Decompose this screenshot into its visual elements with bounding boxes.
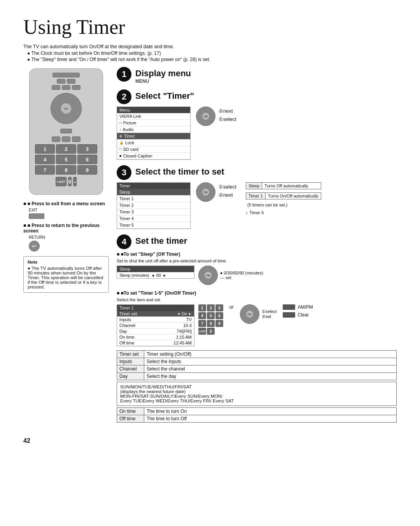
note-box: Note ● The TV automatically turns Off af… [23,256,109,293]
timer1-panel-header: Timer 1 [117,305,194,311]
timer-note: (5 timers can be set.) [247,203,321,207]
remote-num-7[interactable]: 7 [35,165,55,175]
sleep-panel: Sleep Sleep (minutes) ◄ 60 ► [117,266,194,279]
numpad-8[interactable]: 8 [207,320,215,327]
timer1-row-day[interactable]: Day 7/6[FRI] [117,329,194,334]
numpad-2[interactable]: 2 [207,304,215,311]
timer-item-2[interactable]: Timer 2 [117,202,190,209]
timer1-dpad[interactable]: OK [240,304,259,324]
note-title: Note [28,260,105,264]
timer1-ok[interactable]: OK [246,311,253,318]
timer-label: Timer [124,134,135,138]
return-label: RETURN [29,235,109,239]
remote-btn-row2-3 [72,136,80,142]
audio-label: Audio [123,127,134,132]
step3-dpad[interactable]: OK [196,182,215,202]
sdcard-icon: □ [119,147,121,151]
offtime-table-value: The time to turn Off [144,415,397,423]
sleep-minutes-label: Sleep (minutes) [119,273,149,278]
remote-dash-btn[interactable]: – [73,177,77,186]
remote-num-2[interactable]: 2 [56,144,76,154]
sleep-annotation: ● 0/30/60/90 (minutes) [220,271,263,275]
remote-num-3[interactable]: 3 [77,144,97,154]
remote-dpad[interactable]: OK [51,93,82,124]
menu-item-vieralink[interactable]: VIERA Link [117,113,190,120]
menu-item-timer[interactable]: ⊕ Timer [117,133,190,140]
menu-table: Menu VIERA Link □ Picture ♪ Audio ⊕ Tim [117,107,191,160]
sleep-dpad[interactable]: OK [198,266,218,285]
remote-num-5[interactable]: 5 [56,155,76,164]
timer1-panel: Timer 1 Timer set ◄ On ► Inputs TV [117,304,194,346]
menu-item-lock[interactable]: 🔒 Lock [117,140,190,146]
numpad-0[interactable]: 0 [207,328,215,335]
timerset-value: On [181,311,187,316]
remote-ok-btn[interactable]: OK [61,103,72,114]
dash-btn-ref [283,312,295,318]
step2-ok[interactable]: OK [202,113,209,120]
left-arrow-icon: ◄ [151,273,155,278]
timer1-row-inputs[interactable]: Inputs TV [117,317,194,323]
step3-number: 3 [117,165,131,180]
numpad-7[interactable]: 7 [198,320,206,327]
numpad-6[interactable]: 6 [215,312,223,319]
remote-btn-sm-5 [72,85,80,90]
remote-num-4[interactable]: 4 [35,155,55,164]
step3-section: 3 Select the timer to set Timer Sleep Ti… [117,167,397,229]
timer-item-sleep[interactable]: Sleep [117,189,190,196]
numpad-9[interactable]: 9 [215,320,223,327]
sleep-subsection: ■To set "Sleep" (Off Timer) Set to shut … [117,252,397,285]
page-number: 42 [23,437,397,444]
exit-button[interactable] [29,213,44,219]
numpad-3[interactable]: 3 [215,304,223,311]
ampm-label: AM/PM [298,304,313,310]
timer1-row-channel[interactable]: Channel 10-3 [117,323,194,329]
ontime-table-label: On time [117,408,144,415]
timerset-left-arrow[interactable]: ◄ [177,312,180,316]
step2-dpad[interactable]: OK [196,107,215,126]
timer5-ref: ↕ Timer 5 [246,210,321,215]
sleep-ok[interactable]: OK [205,272,212,279]
menu-item-closedcaption[interactable]: ■ Closed Caption [117,153,190,159]
step3-ok[interactable]: OK [202,189,209,196]
step4-title: Set the timer [135,236,187,246]
sleep-value: 60 [156,273,161,278]
remote-num-1[interactable]: 1 [35,144,55,154]
remote-num-0[interactable]: 0 [68,177,72,186]
menu-item-audio[interactable]: ♪ Audio [117,126,190,133]
return-button[interactable]: ↩ [29,241,40,252]
numpad-1[interactable]: 1 [198,304,206,311]
offtime-label: Off time [119,341,134,345]
timer1-select-anno: ①select [262,309,277,314]
remote-num-9[interactable]: 9 [77,165,97,175]
sleep-panel-row: Sleep (minutes) ◄ 60 ► [117,272,194,278]
remote-num-6[interactable]: 6 [77,155,97,164]
closedcaption-label: Closed Caption [123,154,152,158]
step2-select-text: ①select [219,116,236,122]
timer-item-4[interactable]: Timer 4 [117,215,190,222]
menu-item-sdcard[interactable]: □ SD card [117,146,190,153]
remote-last-btn[interactable]: LAST [56,177,66,186]
info-timerset-value: Timer setting (On/Off) [144,351,397,358]
audio-icon: ♪ [119,128,121,131]
sleep-desc-label: Sleep [246,182,262,189]
last-btn-ref [283,304,295,310]
timer-item-3[interactable]: Timer 3 [117,209,190,215]
menu-item-picture[interactable]: □ Picture [117,120,190,126]
set-label: — set [220,275,263,280]
info-row-inputs: Inputs Select the inputs [117,358,397,365]
timer-item-5[interactable]: Timer 5 [117,222,190,229]
days-line2: (displays the nearest future date) [120,389,393,394]
remote-num-8[interactable]: 8 [56,165,76,175]
remote-control: OK 1 2 3 4 5 6 7 8 9 [29,68,103,195]
remote-mid-btn [60,129,72,133]
timer1-row-timerset[interactable]: Timer set ◄ On ► [117,311,194,317]
numpad-last[interactable]: LAST [198,328,206,335]
numpad-5[interactable]: 5 [207,312,215,319]
timer-item-1[interactable]: Timer 1 [117,196,190,202]
menu-header: Menu [117,107,190,113]
timer1-row-offtime[interactable]: Off time 12:45 AM [117,340,194,346]
timer1-row-ontime[interactable]: On time 1:15 AM [117,334,194,340]
timer15-section-title: ■To set "Timer 1-5" (On/Off Timer) [117,290,397,296]
timerset-right-arrow[interactable]: ► [188,312,192,316]
numpad-4[interactable]: 4 [198,312,206,319]
